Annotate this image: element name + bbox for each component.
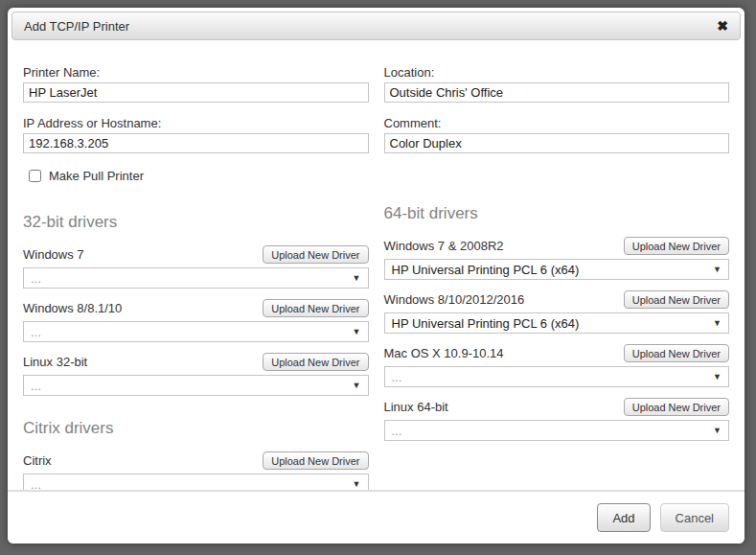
driver-row-linux-32: Linux 32-bit Upload New Driver ... ▼ [23, 353, 369, 396]
comment-label: Comment: [384, 116, 730, 130]
driver-os-label: Windows 7 [23, 247, 84, 262]
driver-select[interactable]: ... ▼ [23, 375, 369, 396]
driver-select-value: ... [31, 271, 41, 286]
dialog-titlebar: Add TCP/IP Printer ✖ [11, 12, 741, 40]
comment-field-group: Comment: [384, 116, 730, 153]
ip-address-label: IP Address or Hostname: [23, 116, 369, 130]
printer-name-input[interactable] [23, 82, 369, 103]
driver-select[interactable]: ... ▼ [23, 267, 369, 289]
driver-row-windows7-32: Windows 7 Upload New Driver ... ▼ [23, 245, 369, 289]
location-field-group: Location: [384, 65, 730, 103]
driver-row-windows8-64: Windows 8/10/2012/2016 Upload New Driver… [384, 290, 730, 334]
chevron-down-icon: ▼ [713, 426, 722, 435]
driver-os-label: Citrix [23, 453, 52, 468]
upload-new-driver-button[interactable]: Upload New Driver [624, 398, 729, 416]
chevron-down-icon: ▼ [353, 381, 361, 390]
driver-select-value: HP Universal Printing PCL 6 (x64) [392, 316, 580, 331]
chevron-down-icon: ▼ [353, 327, 361, 336]
make-pull-printer-label: Make Pull Printer [49, 169, 144, 183]
driver-select[interactable]: HP Universal Printing PCL 6 (x64) ▼ [384, 312, 730, 334]
dialog-footer: Add Cancel [8, 490, 745, 543]
driver-os-label: Windows 8/10/2012/2016 [384, 292, 525, 307]
upload-new-driver-button[interactable]: Upload New Driver [263, 451, 368, 470]
chevron-down-icon: ▼ [353, 479, 361, 489]
chevron-down-icon: ▼ [713, 318, 722, 328]
printer-name-label: Printer Name: [23, 65, 369, 80]
ip-address-input[interactable] [23, 133, 369, 153]
driver-row-windows7-64: Windows 7 & 2008R2 Upload New Driver HP … [384, 237, 730, 280]
add-tcpip-printer-dialog: Add TCP/IP Printer ✖ Printer Name: IP Ad… [8, 8, 745, 543]
driver-os-label: Windows 7 & 2008R2 [384, 239, 504, 253]
right-column: Location: Comment: 64-bit drivers Window… [384, 65, 730, 505]
left-column: Printer Name: IP Address or Hostname: Ma… [23, 65, 369, 505]
chevron-down-icon: ▼ [353, 273, 361, 283]
driver-os-label: Mac OS X 10.9-10.14 [384, 346, 504, 360]
location-input[interactable] [384, 82, 730, 103]
cancel-button[interactable]: Cancel [660, 503, 729, 532]
driver-select[interactable]: ... ▼ [384, 420, 730, 441]
driver-os-label: Linux 32-bit [23, 355, 87, 369]
driver-select-value: ... [392, 424, 402, 438]
dialog-title: Add TCP/IP Printer [24, 19, 129, 34]
section-heading-32bit: 32-bit drivers [23, 213, 369, 232]
upload-new-driver-button[interactable]: Upload New Driver [263, 353, 368, 371]
driver-select[interactable]: ... ▼ [23, 321, 369, 342]
driver-select-value: ... [392, 370, 402, 384]
printer-name-field-group: Printer Name: [23, 65, 369, 103]
upload-new-driver-button[interactable]: Upload New Driver [624, 344, 729, 362]
close-icon[interactable]: ✖ [717, 19, 728, 33]
comment-input[interactable] [384, 133, 730, 153]
section-heading-citrix: Citrix drivers [23, 419, 369, 438]
driver-row-linux-64: Linux 64-bit Upload New Driver ... ▼ [384, 398, 730, 441]
section-heading-64bit: 64-bit drivers [384, 204, 730, 223]
upload-new-driver-button[interactable]: Upload New Driver [624, 237, 729, 255]
driver-select[interactable]: HP Universal Printing PCL 6 (x64) ▼ [384, 259, 730, 280]
chevron-down-icon: ▼ [713, 372, 722, 382]
chevron-down-icon: ▼ [713, 265, 722, 274]
make-pull-printer-row: Make Pull Printer [23, 167, 369, 184]
driver-os-label: Windows 8/8.1/10 [23, 301, 122, 315]
driver-select[interactable]: ... ▼ [384, 366, 730, 387]
driver-select-value: ... [31, 379, 41, 393]
driver-select-value: ... [31, 325, 41, 339]
ip-address-field-group: IP Address or Hostname: [23, 116, 369, 153]
upload-new-driver-button[interactable]: Upload New Driver [263, 299, 368, 317]
upload-new-driver-button[interactable]: Upload New Driver [263, 245, 368, 264]
upload-new-driver-button[interactable]: Upload New Driver [624, 290, 729, 309]
add-button[interactable]: Add [597, 503, 650, 532]
driver-select-value: HP Universal Printing PCL 6 (x64) [392, 263, 580, 277]
dialog-content: Printer Name: IP Address or Hostname: Ma… [8, 40, 745, 505]
driver-row-macosx: Mac OS X 10.9-10.14 Upload New Driver ..… [384, 344, 730, 387]
location-label: Location: [384, 65, 730, 80]
make-pull-printer-checkbox[interactable] [29, 170, 41, 182]
driver-row-citrix: Citrix Upload New Driver ... ▼ [23, 451, 369, 495]
driver-row-windows8-32: Windows 8/8.1/10 Upload New Driver ... ▼ [23, 299, 369, 342]
driver-os-label: Linux 64-bit [384, 400, 448, 414]
